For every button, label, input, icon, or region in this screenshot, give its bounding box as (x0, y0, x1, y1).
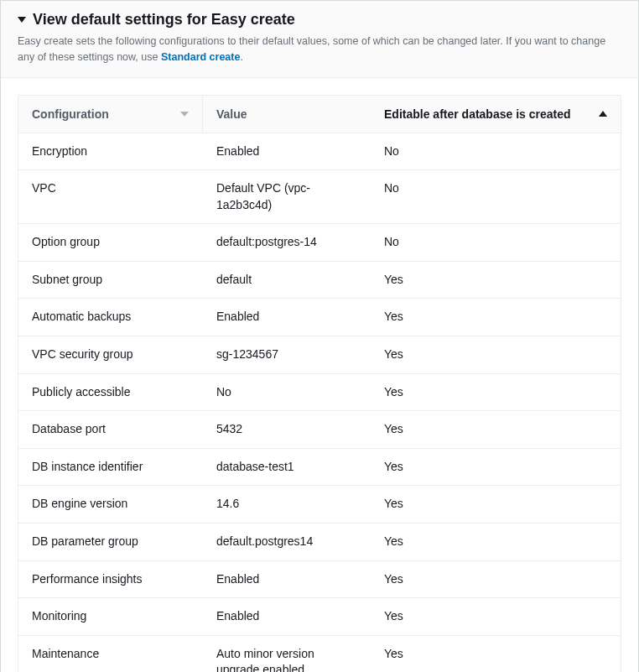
cell-value: Auto minor version upgrade enabled (203, 636, 371, 672)
cell-value: default:postgres-14 (203, 224, 371, 261)
cell-editable: No (371, 224, 621, 261)
standard-create-link[interactable]: Standard create (161, 51, 240, 63)
desc-text-post: . (240, 51, 242, 63)
column-label: Configuration (32, 107, 109, 121)
table-row: Database port5432Yes (18, 411, 621, 449)
cell-configuration: DB instance identifier (18, 449, 203, 486)
cell-configuration: Publicly accessible (18, 374, 203, 411)
table-row: Publicly accessibleNoYes (18, 374, 621, 412)
settings-table: Configuration Value Editable after datab… (18, 95, 621, 673)
cell-configuration: DB engine version (18, 486, 203, 523)
table-header-row: Configuration Value Editable after datab… (18, 96, 621, 133)
table-body: EncryptionEnabledNoVPCDefault VPC (vpc-1… (18, 133, 621, 673)
cell-configuration: Monitoring (18, 598, 203, 635)
cell-value: 14.6 (203, 486, 371, 523)
column-label: Value (216, 107, 247, 121)
cell-configuration: VPC security group (18, 336, 203, 373)
column-header-value[interactable]: Value (203, 96, 371, 133)
cell-editable: Yes (371, 374, 621, 411)
panel-content: Configuration Value Editable after datab… (1, 78, 638, 673)
column-label: Editable after database is created (384, 107, 571, 121)
cell-editable: Yes (371, 336, 621, 373)
cell-configuration: VPC (18, 170, 203, 223)
table-row: DB instance identifierdatabase-test1Yes (18, 449, 621, 487)
cell-value: Enabled (203, 561, 371, 598)
cell-editable: Yes (371, 598, 621, 635)
column-header-editable[interactable]: Editable after database is created (371, 96, 621, 133)
table-row: DB engine version14.6Yes (18, 486, 621, 524)
cell-value: Default VPC (vpc-1a2b3c4d) (203, 170, 371, 223)
cell-editable: Yes (371, 299, 621, 336)
table-row: VPC security groupsg-1234567Yes (18, 336, 621, 374)
cell-configuration: Subnet group (18, 262, 203, 299)
cell-editable: No (371, 170, 621, 223)
cell-value: Enabled (203, 133, 371, 170)
panel-title: View default settings for Easy create (33, 11, 295, 29)
cell-editable: Yes (371, 449, 621, 486)
header-title-row[interactable]: View default settings for Easy create (18, 11, 621, 29)
table-row: EncryptionEnabledNo (18, 133, 621, 171)
panel-description: Easy create sets the following configura… (18, 34, 621, 65)
cell-editable: Yes (371, 636, 621, 672)
cell-editable: Yes (371, 561, 621, 598)
table-row: VPCDefault VPC (vpc-1a2b3c4d)No (18, 170, 621, 224)
cell-configuration: Performance insights (18, 561, 203, 598)
cell-value: sg-1234567 (203, 336, 371, 373)
cell-configuration: Option group (18, 224, 203, 261)
cell-value: database-test1 (203, 449, 371, 486)
cell-configuration: DB parameter group (18, 524, 203, 560)
cell-value: No (203, 374, 371, 411)
cell-value: Enabled (203, 598, 371, 635)
table-row: Option groupdefault:postgres-14No (18, 224, 621, 262)
cell-value: Enabled (203, 299, 371, 336)
sort-asc-icon (599, 111, 607, 117)
table-row: Subnet groupdefaultYes (18, 262, 621, 300)
cell-editable: Yes (371, 411, 621, 448)
cell-configuration: Automatic backups (18, 299, 203, 336)
collapse-caret-icon[interactable] (18, 17, 26, 23)
cell-configuration: Maintenance (18, 636, 203, 672)
cell-configuration: Encryption (18, 133, 203, 170)
panel-header: View default settings for Easy create Ea… (1, 1, 638, 78)
cell-value: default.postgres14 (203, 524, 371, 560)
table-row: MonitoringEnabledYes (18, 598, 621, 636)
cell-editable: Yes (371, 486, 621, 523)
table-row: Performance insightsEnabledYes (18, 561, 621, 599)
sort-icon (180, 112, 189, 117)
cell-editable: Yes (371, 262, 621, 299)
cell-configuration: Database port (18, 411, 203, 448)
table-row: Automatic backupsEnabledYes (18, 299, 621, 336)
cell-value: 5432 (203, 411, 371, 448)
sort-icon (599, 111, 607, 117)
table-row: MaintenanceAuto minor version upgrade en… (18, 636, 621, 672)
cell-editable: No (371, 133, 621, 170)
settings-panel: View default settings for Easy create Ea… (0, 0, 639, 672)
cell-editable: Yes (371, 524, 621, 560)
cell-value: default (203, 262, 371, 299)
sort-desc-icon (180, 112, 189, 117)
table-row: DB parameter groupdefault.postgres14Yes (18, 524, 621, 561)
desc-text-pre: Easy create sets the following configura… (18, 35, 605, 63)
column-header-configuration[interactable]: Configuration (18, 96, 203, 133)
